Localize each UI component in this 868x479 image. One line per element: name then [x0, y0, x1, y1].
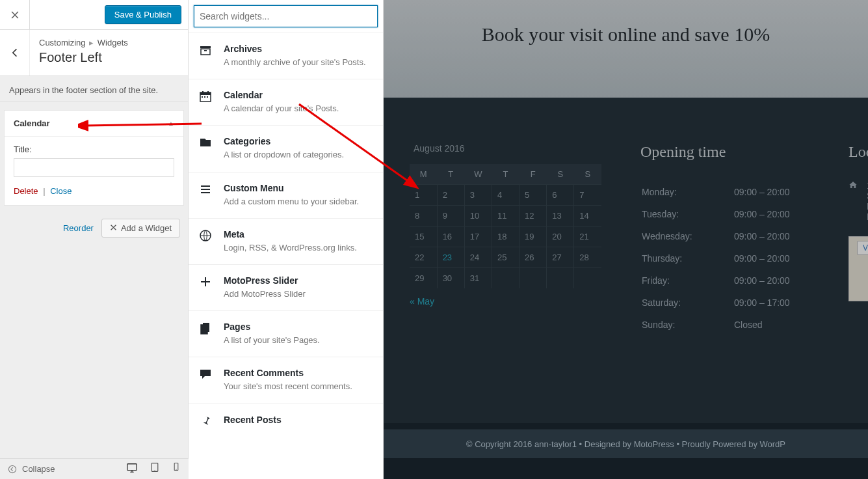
collapse-button[interactable]: Collapse: [8, 464, 55, 474]
widget-item-pages[interactable]: PagesA list of your site's Pages.: [189, 310, 383, 357]
widget-item-custom-menu[interactable]: Custom MenuAdd a custom menu to your sid…: [189, 172, 383, 218]
widget-title-input[interactable]: [14, 158, 174, 177]
archives-icon: [199, 44, 213, 58]
comments-icon: [199, 368, 213, 382]
footer-opening-time: Opening time Monday:09:00 – 20:00Tuesday…: [640, 143, 809, 404]
section-description: Appears in the footer section of the sit…: [0, 76, 188, 102]
widget-item-title: Recent Comments: [224, 368, 373, 378]
widget-item-title: Recent Posts: [224, 415, 373, 425]
customizer-panel: Save & Publish Customizing ▸ Widgets Foo…: [0, 0, 189, 479]
add-widget-button[interactable]: Add a Widget: [101, 219, 180, 238]
widget-item-meta[interactable]: MetaLogin, RSS, & WordPress.org links.: [189, 218, 383, 264]
delete-widget-link[interactable]: Delete: [14, 186, 38, 196]
widget-item-archives[interactable]: ArchivesA monthly archive of your site's…: [189, 33, 383, 79]
widget-calendar-card: Calendar ▲ Title: Delete | Close: [4, 110, 184, 206]
widget-item-title: Custom Menu: [224, 183, 373, 193]
widget-picker-panel: ArchivesA monthly archive of your site's…: [189, 0, 384, 479]
widget-item-motopress-slider[interactable]: MotoPress SliderAdd MotoPress Slider: [189, 264, 383, 310]
widget-card-title: Calendar: [14, 118, 50, 128]
widget-item-desc: A list or dropdown of categories.: [224, 149, 373, 161]
svg-point-3: [154, 470, 155, 471]
categories-icon: [199, 136, 213, 150]
svg-rect-13: [202, 96, 203, 98]
collapse-triangle-icon: ▲: [168, 120, 174, 127]
desktop-icon[interactable]: [126, 462, 138, 476]
panel-header: Customizing ▸ Widgets Footer Left: [0, 30, 188, 76]
widget-item-title: Archives: [224, 44, 373, 54]
location-title: Locat: [848, 143, 868, 161]
svg-rect-23: [201, 325, 207, 334]
svg-rect-10: [200, 92, 211, 95]
save-publish-button[interactable]: Save & Publish: [105, 5, 181, 24]
svg-rect-8: [204, 50, 207, 51]
svg-rect-11: [202, 91, 204, 94]
hero-section: Book your visit online and save 10%: [384, 0, 868, 98]
footer-calendar-widget: August 2016 MTWTFSS123456789101112131415…: [410, 143, 601, 404]
svg-rect-17: [201, 189, 210, 190]
mobile-icon[interactable]: [172, 462, 181, 476]
svg-rect-6: [200, 46, 211, 48]
close-customizer-button[interactable]: [0, 0, 30, 30]
svg-rect-16: [201, 185, 210, 187]
site-preview: Book your visit online and save 10% Augu…: [384, 0, 868, 479]
widget-item-desc: A monthly archive of your site's Posts.: [224, 57, 373, 68]
svg-rect-12: [207, 91, 209, 94]
svg-rect-1: [127, 464, 137, 471]
widget-item-title: Meta: [224, 229, 373, 240]
svg-rect-7: [201, 49, 210, 55]
calendar-table: MTWTFSS123456789101112131415161718192021…: [410, 164, 601, 288]
widget-item-desc: A calendar of your site's Posts.: [224, 103, 373, 115]
home-icon: [848, 180, 858, 222]
pin-icon: [199, 415, 213, 429]
opening-hours-table: Monday:09:00 – 20:00Tuesday:09:00 – 20:0…: [640, 180, 791, 336]
svg-rect-15: [207, 96, 208, 98]
widget-card-toggle[interactable]: Calendar ▲: [5, 111, 183, 137]
widget-item-title: Pages: [224, 322, 373, 332]
widget-item-categories[interactable]: CategoriesA list or dropdown of categori…: [189, 125, 383, 171]
copyright-text: © Copyright 2016 ann-taylor1 • Designed …: [384, 430, 868, 458]
opening-time-title: Opening time: [640, 143, 809, 161]
svg-rect-18: [201, 192, 210, 193]
meta-icon: [199, 229, 213, 243]
widget-item-title: MotoPress Slider: [224, 275, 373, 286]
widget-item-title: Categories: [224, 136, 373, 146]
widget-item-desc: Add a custom menu to your sidebar.: [224, 196, 373, 208]
footer-section: August 2016 MTWTFSS123456789101112131415…: [384, 98, 868, 423]
calendar-caption: August 2016: [410, 143, 601, 154]
widget-item-desc: Your site's most recent comments.: [224, 381, 373, 392]
tablet-icon[interactable]: [150, 462, 160, 476]
widget-item-desc: Add MotoPress Slider: [224, 288, 373, 300]
svg-point-0: [8, 465, 16, 472]
view-larger-map-button[interactable]: View: [857, 241, 868, 255]
section-title: Footer Left: [39, 50, 128, 65]
back-button[interactable]: [0, 30, 30, 75]
calendar-icon: [199, 90, 213, 104]
hero-title: Book your visit online and save 10%: [482, 23, 770, 46]
calendar-prev-link[interactable]: « May: [410, 296, 601, 307]
widget-item-desc: A list of your site's Pages.: [224, 335, 373, 346]
title-label: Title:: [14, 144, 174, 154]
breadcrumb: Customizing ▸ Widgets: [39, 38, 128, 48]
search-widgets-input[interactable]: [194, 5, 378, 27]
svg-rect-14: [204, 96, 205, 98]
reorder-link[interactable]: Reorder: [63, 223, 94, 233]
widget-item-recent-comments[interactable]: Recent CommentsYour site's most recent c…: [189, 357, 383, 403]
plus-icon: [199, 275, 213, 290]
widget-list[interactable]: ArchivesA monthly archive of your site's…: [189, 33, 383, 479]
map-preview[interactable]: View ©20: [848, 236, 868, 301]
menu-icon: [199, 183, 213, 197]
topbar: Save & Publish: [0, 0, 188, 30]
footer-location: Locat 123 Str Ma Kir View ©20: [848, 143, 868, 404]
close-widget-link[interactable]: Close: [50, 186, 72, 196]
collapse-bar: Collapse: [0, 458, 189, 479]
widget-item-recent-posts[interactable]: Recent Posts: [189, 404, 383, 438]
close-icon: [110, 223, 117, 233]
widget-item-calendar[interactable]: CalendarA calendar of your site's Posts.: [189, 79, 383, 125]
widget-item-desc: Login, RSS, & WordPress.org links.: [224, 242, 373, 254]
widget-item-title: Calendar: [224, 90, 373, 100]
pages-icon: [199, 322, 213, 336]
svg-point-5: [176, 469, 176, 470]
